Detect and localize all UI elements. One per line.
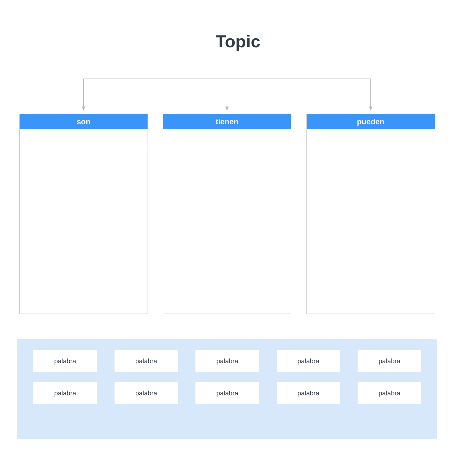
- diagram-canvas: Topic son tienen pueden palabra palabra: [0, 0, 476, 476]
- word-card[interactable]: palabra: [277, 382, 340, 404]
- column-header-pueden: pueden: [307, 114, 435, 129]
- word-card[interactable]: palabra: [115, 350, 178, 372]
- page-title: Topic: [0, 31, 476, 51]
- word-card[interactable]: palabra: [33, 350, 97, 372]
- column-pueden[interactable]: pueden: [306, 114, 435, 314]
- word-row-2: palabra palabra palabra palabra palabra: [27, 382, 427, 404]
- word-card[interactable]: palabra: [115, 382, 178, 404]
- word-card[interactable]: palabra: [358, 350, 421, 372]
- word-card[interactable]: palabra: [277, 350, 340, 372]
- column-son[interactable]: son: [19, 114, 148, 314]
- word-row-1: palabra palabra palabra palabra palabra: [27, 350, 427, 372]
- column-header-son: son: [20, 114, 148, 129]
- word-card[interactable]: palabra: [33, 382, 97, 404]
- column-header-tienen: tienen: [163, 114, 291, 129]
- word-card[interactable]: palabra: [195, 350, 259, 372]
- word-bank: palabra palabra palabra palabra palabra …: [17, 339, 437, 439]
- column-tienen[interactable]: tienen: [163, 114, 291, 314]
- word-card[interactable]: palabra: [358, 382, 421, 404]
- word-card[interactable]: palabra: [195, 382, 259, 404]
